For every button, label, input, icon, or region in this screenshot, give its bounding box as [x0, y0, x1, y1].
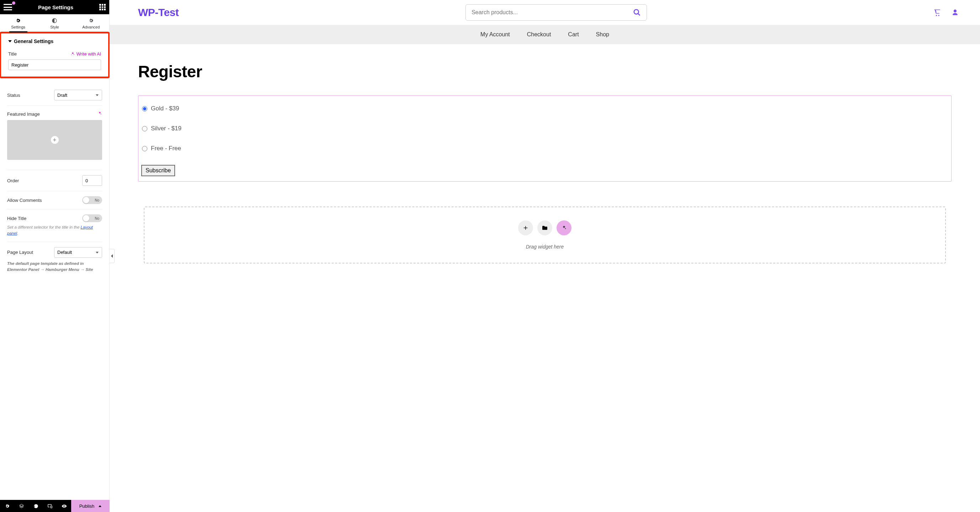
sparkle-icon — [97, 111, 102, 116]
gear-icon — [15, 18, 21, 24]
featured-image-ai-icon[interactable] — [97, 111, 102, 117]
site-header: WP-Test — [110, 0, 980, 25]
hide-title-toggle[interactable]: No — [82, 214, 102, 222]
apps-grid-button[interactable] — [99, 4, 106, 10]
gear-icon — [88, 18, 94, 24]
plan-free-radio[interactable] — [142, 146, 147, 152]
plan-gold-radio[interactable] — [142, 106, 147, 112]
title-label: Title — [8, 51, 17, 57]
notification-dot-icon — [12, 2, 15, 5]
plus-icon: + — [51, 136, 59, 144]
plan-silver-row[interactable]: Silver - $19 — [140, 118, 950, 139]
sparkle-icon — [70, 52, 75, 56]
caret-down-icon — [8, 40, 12, 42]
status-label: Status — [7, 93, 20, 98]
general-settings-toggle[interactable]: General Settings — [8, 38, 101, 44]
allow-comments-toggle[interactable]: No — [82, 196, 102, 204]
publish-button[interactable]: Publish — [71, 500, 110, 512]
order-input[interactable] — [82, 175, 102, 186]
hide-title-hint: Set a different selector for the title i… — [7, 224, 102, 237]
sparkle-icon — [561, 225, 567, 231]
footer-settings-icon[interactable] — [5, 504, 10, 509]
plan-gold-label: Gold - $39 — [151, 105, 179, 112]
plan-silver-radio[interactable] — [142, 126, 147, 131]
plan-free-label: Free - Free — [151, 145, 181, 152]
tab-settings[interactable]: Settings — [0, 14, 36, 32]
user-icon[interactable] — [951, 9, 959, 16]
sidebar-header: Page Settings — [0, 0, 109, 14]
page-layout-select[interactable]: Default — [54, 247, 102, 258]
search-input[interactable] — [471, 9, 633, 16]
order-label: Order — [7, 178, 19, 183]
drop-zone[interactable]: Drag widget here — [144, 206, 946, 263]
plus-icon — [523, 225, 528, 231]
tab-style-label: Style — [50, 25, 59, 29]
subscribe-button[interactable]: Subscribe — [141, 165, 175, 176]
ai-link-label: Write with AI — [76, 52, 101, 57]
drop-hint: Drag widget here — [526, 244, 564, 250]
contrast-icon — [52, 18, 57, 24]
cart-icon[interactable] — [934, 9, 941, 16]
caret-up-icon — [99, 505, 102, 507]
featured-image-upload[interactable]: + — [7, 120, 102, 160]
editor-canvas: WP-Test My Account Checkout Cart Shop Re… — [110, 0, 980, 512]
footer-history-icon[interactable] — [33, 504, 38, 509]
nav-cart[interactable]: Cart — [568, 31, 579, 38]
nav-my-account[interactable]: My Account — [480, 31, 510, 38]
footer-navigator-icon[interactable] — [19, 504, 24, 509]
title-input[interactable] — [8, 59, 101, 70]
plan-gold-row[interactable]: Gold - $39 — [140, 99, 950, 118]
nav-checkout[interactable]: Checkout — [527, 31, 551, 38]
page-content: Register Gold - $39 Silver - $19 Free - … — [110, 44, 980, 281]
toggle-no-label: No — [95, 217, 99, 220]
tab-advanced-label: Advanced — [82, 25, 100, 29]
allow-comments-label: Allow Comments — [7, 198, 42, 203]
site-nav: My Account Checkout Cart Shop — [110, 25, 980, 44]
tab-style[interactable]: Style — [36, 14, 73, 32]
search-icon[interactable] — [633, 8, 641, 16]
publish-label: Publish — [80, 504, 95, 509]
add-widget-button[interactable] — [518, 220, 533, 235]
hide-title-label: Hide Title — [7, 216, 26, 221]
tab-advanced[interactable]: Advanced — [73, 14, 109, 32]
sidebar-tabs: Settings Style Advanced — [0, 14, 109, 32]
toggle-no-label: No — [95, 198, 99, 202]
page-title: Register — [138, 62, 951, 81]
footer-responsive-icon[interactable] — [47, 504, 52, 509]
svg-point-0 — [634, 10, 639, 14]
section-heading-label: General Settings — [14, 38, 53, 44]
svg-line-1 — [638, 14, 640, 16]
write-with-ai-link[interactable]: Write with AI — [70, 52, 101, 57]
add-ai-button[interactable] — [557, 220, 571, 235]
settings-sidebar: Page Settings Settings Style Advanced Ge… — [0, 0, 110, 512]
plan-silver-label: Silver - $19 — [151, 125, 181, 132]
site-logo[interactable]: WP-Test — [138, 6, 179, 19]
collapse-sidebar-button[interactable] — [110, 249, 115, 263]
hamburger-menu-button[interactable] — [3, 4, 12, 10]
sidebar-title: Page Settings — [38, 4, 73, 10]
nav-shop[interactable]: Shop — [596, 31, 609, 38]
featured-image-label: Featured Image — [7, 112, 40, 117]
subscription-widget[interactable]: Gold - $39 Silver - $19 Free - Free Subs… — [138, 96, 951, 182]
status-select[interactable]: Draft — [54, 90, 102, 100]
page-layout-label: Page Layout — [7, 250, 33, 255]
settings-panel-body: Status Draft Featured Image + Order Allo… — [0, 78, 109, 512]
add-template-button[interactable] — [537, 220, 552, 235]
search-bar — [465, 4, 647, 21]
folder-icon — [542, 225, 548, 230]
page-layout-hint: The default page template as defined in … — [7, 261, 102, 273]
highlight-annotation: General Settings Title Write with AI — [0, 32, 110, 78]
plan-free-row[interactable]: Free - Free — [140, 139, 950, 158]
sidebar-footer: Publish — [0, 500, 110, 512]
footer-preview-icon[interactable] — [62, 504, 67, 509]
tab-settings-label: Settings — [11, 25, 25, 29]
